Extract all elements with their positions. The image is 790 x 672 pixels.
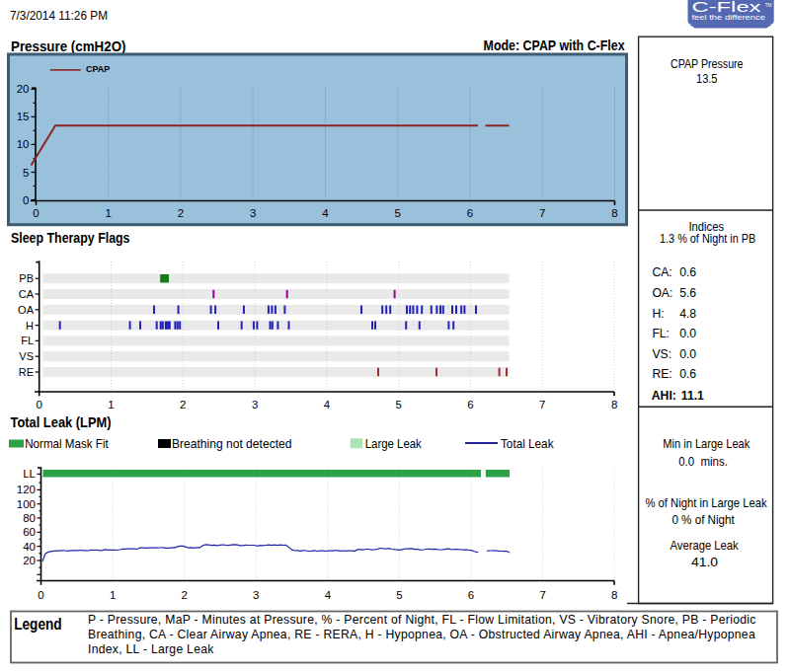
svg-text:0.0: 0.0 — [679, 347, 696, 361]
svg-text:CA:: CA: — [652, 265, 672, 279]
svg-text:15: 15 — [17, 111, 30, 122]
svg-text:100: 100 — [17, 498, 36, 510]
svg-text:20: 20 — [17, 83, 30, 95]
svg-text:RE: RE — [19, 366, 34, 378]
svg-text:Large Leak: Large Leak — [365, 437, 423, 451]
svg-text:4: 4 — [325, 589, 332, 601]
svg-text:AHI:: AHI: — [652, 389, 676, 403]
svg-text:5.6: 5.6 — [679, 286, 696, 300]
svg-text:1.3 % of Night in PB: 1.3 % of Night in PB — [660, 232, 755, 246]
svg-text:OA:: OA: — [652, 286, 672, 300]
svg-text:20: 20 — [23, 555, 36, 566]
svg-text:Index, LL - Large Leak: Index, LL - Large Leak — [88, 642, 214, 656]
svg-text:5: 5 — [394, 207, 400, 219]
svg-text:H: H — [26, 320, 34, 332]
svg-text:13.5: 13.5 — [696, 72, 718, 86]
svg-text:Mode: CPAP with C-Flex: Mode: CPAP with C-Flex — [484, 38, 625, 53]
svg-text:41.0: 41.0 — [691, 556, 718, 569]
svg-text:7: 7 — [539, 207, 545, 219]
svg-text:1: 1 — [105, 207, 111, 219]
svg-text:10: 10 — [17, 138, 30, 150]
svg-text:0.0 mins.: 0.0 mins. — [678, 455, 728, 469]
svg-text:P - Pressure, MaP - Minutes at: P - Pressure, MaP - Minutes at Pressure,… — [88, 613, 756, 627]
svg-text:3: 3 — [250, 207, 256, 219]
svg-text:TM: TM — [765, 3, 772, 8]
svg-text:3: 3 — [252, 399, 258, 411]
svg-text:0: 0 — [36, 399, 41, 411]
svg-text:0: 0 — [33, 207, 39, 219]
svg-text:VS: VS — [19, 350, 34, 362]
svg-text:0: 0 — [23, 194, 29, 206]
svg-text:feel the difference: feel the difference — [692, 14, 766, 21]
svg-text:% of Night in Large Leak: % of Night in Large Leak — [646, 496, 768, 510]
svg-text:1: 1 — [108, 399, 114, 411]
svg-text:Min in Large Leak: Min in Large Leak — [663, 437, 750, 451]
svg-text:4: 4 — [322, 207, 329, 219]
svg-text:5: 5 — [23, 167, 29, 179]
svg-text:CPAP Pressure: CPAP Pressure — [671, 57, 744, 71]
svg-text:OA: OA — [18, 304, 35, 316]
svg-text:8: 8 — [611, 589, 617, 601]
svg-text:120: 120 — [17, 484, 36, 495]
svg-text:80: 80 — [23, 512, 36, 524]
svg-text:Breathing not detected: Breathing not detected — [172, 437, 292, 451]
svg-text:5: 5 — [395, 399, 401, 411]
svg-text:6: 6 — [468, 589, 474, 601]
svg-text:Total Leak (LPM): Total Leak (LPM) — [11, 415, 112, 430]
svg-text:7: 7 — [539, 589, 545, 601]
svg-text:7/3/2014 11:26 PM: 7/3/2014 11:26 PM — [10, 9, 108, 23]
svg-text:7: 7 — [539, 399, 545, 411]
svg-text:PB: PB — [19, 272, 34, 284]
svg-text:H:: H: — [652, 307, 664, 321]
svg-text:Legend: Legend — [14, 615, 62, 633]
svg-text:CPAP: CPAP — [86, 64, 111, 74]
svg-text:0: 0 — [38, 589, 43, 601]
svg-text:FL:: FL: — [652, 327, 670, 340]
svg-text:4: 4 — [324, 399, 331, 411]
svg-text:Sleep Therapy Flags: Sleep Therapy Flags — [11, 231, 130, 246]
svg-text:2: 2 — [180, 399, 186, 411]
svg-text:3: 3 — [253, 589, 259, 601]
svg-text:40: 40 — [23, 541, 36, 553]
svg-text:0.0: 0.0 — [679, 327, 696, 340]
svg-text:2: 2 — [178, 207, 184, 219]
svg-text:Average Leak: Average Leak — [671, 539, 740, 553]
svg-text:60: 60 — [23, 526, 36, 538]
svg-text:6: 6 — [467, 399, 473, 411]
svg-text:5: 5 — [396, 589, 402, 601]
svg-text:0.6: 0.6 — [679, 265, 696, 279]
svg-text:Breathing, CA - Clear Airway A: Breathing, CA - Clear Airway Apnea, RE -… — [88, 628, 755, 641]
svg-text:RE:: RE: — [652, 367, 672, 381]
svg-text:2: 2 — [181, 589, 187, 601]
svg-text:8: 8 — [611, 207, 617, 219]
svg-text:0.6: 0.6 — [679, 367, 696, 381]
svg-text:6: 6 — [467, 207, 473, 219]
svg-text:11.1: 11.1 — [681, 389, 704, 403]
svg-text:1: 1 — [110, 589, 116, 601]
svg-text:VS:: VS: — [652, 347, 672, 361]
svg-text:4.8: 4.8 — [679, 307, 696, 321]
svg-text:FL: FL — [21, 335, 34, 346]
svg-text:CA: CA — [19, 288, 35, 300]
svg-text:Pressure (cmH2O): Pressure (cmH2O) — [11, 39, 126, 54]
svg-text:8: 8 — [611, 399, 617, 411]
svg-text:Total Leak: Total Leak — [501, 437, 554, 451]
svg-text:Normal Mask Fit: Normal Mask Fit — [25, 437, 109, 451]
svg-text:LL: LL — [23, 468, 36, 480]
svg-text:0 % of Night: 0 % of Night — [672, 513, 735, 527]
